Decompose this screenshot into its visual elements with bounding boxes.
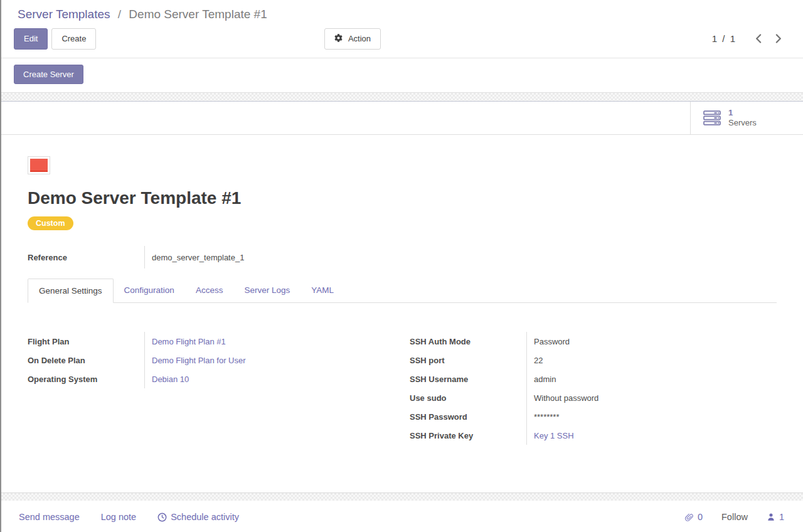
control-panel: Server Templates / Demo Server Template … [1, 0, 803, 92]
field-on-delete-plan: On Delete Plan Demo Flight Plan for User [28, 351, 395, 370]
schedule-activity-link[interactable]: Schedule activity [157, 512, 239, 522]
send-message-link[interactable]: Send message [19, 512, 80, 522]
breadcrumb-parent-link[interactable]: Server Templates [18, 8, 110, 21]
on-delete-plan-link[interactable]: Demo Flight Plan for User [152, 356, 246, 365]
field-group-right: SSH Auth Mode Password SSH port 22 SSH U… [410, 332, 777, 445]
record-image[interactable] [28, 156, 50, 174]
tab-yaml[interactable]: YAML [300, 279, 344, 302]
tab-general-settings[interactable]: General Settings [28, 279, 114, 303]
servers-count: 1 [728, 108, 757, 118]
clock-icon [157, 513, 167, 522]
action-button-label: Action [348, 34, 371, 43]
sheet-body: Demo Server Template #1 Custom Reference… [1, 135, 803, 445]
form-sheet: 1 Servers Demo Server Template #1 Custom… [1, 102, 803, 492]
gear-icon [334, 35, 343, 44]
tab-configuration[interactable]: Configuration [114, 279, 185, 302]
followers-button[interactable]: 1 [767, 512, 784, 522]
notebook-tabs: General Settings Configuration Access Se… [28, 279, 777, 303]
control-panel-buttons-row: Edit Create Action 1 / 1 [1, 24, 803, 58]
create-server-button[interactable]: Create Server [14, 65, 83, 85]
servers-label: Servers [728, 118, 757, 128]
field-ssh-username: SSH Username admin [410, 370, 777, 388]
field-use-sudo: Use sudo Without password [410, 388, 777, 407]
tab-access[interactable]: Access [185, 279, 234, 302]
follow-button[interactable]: Follow [721, 512, 748, 522]
chatter: Send message Log note Schedule activity … [1, 501, 803, 532]
field-ssh-private-key: SSH Private Key Key 1 SSH [410, 426, 777, 445]
create-button[interactable]: Create [51, 28, 96, 50]
breadcrumb-current: Demo Server Template #1 [129, 8, 267, 21]
flight-plan-link[interactable]: Demo Flight Plan #1 [152, 337, 226, 346]
tab-server-logs[interactable]: Server Logs [233, 279, 300, 302]
field-ssh-port: SSH port 22 [410, 351, 777, 370]
field-group-left: Flight Plan Demo Flight Plan #1 On Delet… [28, 332, 395, 388]
record-image-fill [30, 159, 48, 172]
page: Server Templates / Demo Server Template … [0, 0, 803, 532]
field-flight-plan: Flight Plan Demo Flight Plan #1 [28, 332, 395, 351]
server-stack-icon [703, 110, 721, 125]
person-icon [767, 513, 775, 521]
breadcrumb-separator: / [118, 8, 121, 21]
record-title: Demo Server Template #1 [28, 188, 777, 208]
pager-next-button[interactable] [770, 31, 787, 46]
chevron-right-icon [775, 34, 782, 43]
paperclip-icon [684, 513, 694, 522]
ssh-private-key-link[interactable]: Key 1 SSH [534, 431, 574, 440]
reference-label: Reference [28, 246, 144, 269]
field-ssh-password: SSH Password ******** [410, 407, 777, 426]
edit-button[interactable]: Edit [14, 28, 48, 50]
pager-value: 1 / 1 [712, 33, 737, 44]
chevron-left-icon [755, 34, 762, 43]
sheet-top-texture [1, 92, 803, 102]
custom-badge: Custom [28, 216, 73, 230]
operating-system-link[interactable]: Debian 10 [152, 375, 189, 384]
pager-previous-button[interactable] [750, 31, 767, 46]
reference-value: demo_server_template_1 [144, 246, 777, 269]
field-operating-system: Operating System Debian 10 [28, 370, 395, 388]
reference-field: Reference demo_server_template_1 [28, 246, 777, 269]
action-button[interactable]: Action [324, 28, 381, 50]
servers-stat-button[interactable]: 1 Servers [690, 102, 803, 134]
breadcrumb: Server Templates / Demo Server Template … [1, 0, 803, 24]
attachments-button[interactable]: 0 [684, 512, 703, 522]
field-ssh-auth-mode: SSH Auth Mode Password [410, 332, 777, 351]
statusbar: Create Server [1, 58, 803, 93]
log-note-link[interactable]: Log note [101, 512, 136, 522]
button-box: 1 Servers [1, 102, 803, 135]
sheet-bottom-texture [1, 492, 803, 501]
field-groups: Flight Plan Demo Flight Plan #1 On Delet… [28, 332, 777, 445]
